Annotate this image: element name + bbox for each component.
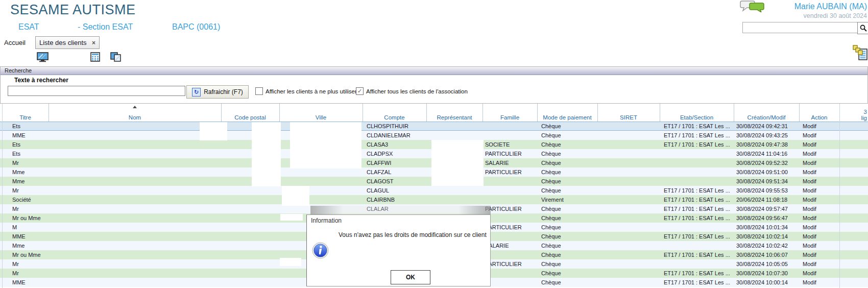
row-count-label: 3lig — [840, 109, 867, 121]
search-field-label: Texte à rechercher — [14, 77, 68, 84]
cell-mode: Chèque — [541, 131, 596, 140]
cell-compte: CLHOSPITHUIR — [367, 122, 426, 131]
app-window: SESAME AUTISME ESAT - Section ESAT BAPC … — [0, 0, 868, 288]
modif-link[interactable]: Modif — [803, 241, 838, 250]
column-header-mode-de-paiement[interactable]: Mode de paiement — [537, 114, 597, 121]
cell-famille: PARTICULIER — [485, 259, 537, 269]
monitor-icon[interactable] — [37, 52, 49, 64]
code-label[interactable]: BAPC (0061) — [172, 22, 220, 32]
table-row[interactable]: MrCLAGULChèqueET17 / 1701 : ESAT Les ...… — [0, 186, 868, 195]
cell-creation: 20/06/2024 11:08:18 — [736, 195, 799, 204]
column-header-cr-ation-modif[interactable]: Création/Modif — [734, 114, 799, 121]
user-name[interactable]: Marie AUBAIN (MA) — [794, 2, 867, 11]
modif-link[interactable]: Modif — [803, 232, 838, 241]
table-header: TitreNomCode postalVilleCompteReprésenta… — [0, 104, 868, 122]
modif-link[interactable]: Modif — [803, 177, 838, 186]
cell-creation: 30/08/2024 09:52:32 — [736, 158, 799, 167]
chat-icon[interactable] — [739, 0, 765, 14]
checkbox-tous-clients[interactable]: ✓ Afficher tous les clients de l'associa… — [356, 87, 468, 95]
cell-creation: 30/08/2024 10:05:05 — [736, 259, 799, 269]
modif-link[interactable]: Modif — [803, 167, 838, 177]
modif-link[interactable]: Modif — [803, 158, 838, 167]
cell-mode: Chèque — [541, 186, 596, 195]
checkbox-icon[interactable] — [255, 87, 263, 95]
column-header-ville[interactable]: Ville — [279, 114, 363, 121]
column-header-compte[interactable]: Compte — [363, 114, 426, 121]
cell-etab — [664, 241, 733, 250]
table-row[interactable]: EtsCLHOSPITHUIRChèqueET17 / 1701 : ESAT … — [0, 122, 868, 131]
modif-link[interactable]: Modif — [803, 149, 838, 158]
current-date: vendredi 30 août 2024 — [804, 12, 867, 19]
cell-mode: Chèque — [541, 122, 596, 131]
column-header-siret[interactable]: SIRET — [597, 114, 660, 121]
cell-creation: 30/08/2024 09:42:31 — [736, 122, 799, 131]
cell-etab: ET17 / 1701 : ESAT Les ... — [664, 204, 733, 213]
cell-titre: Ets — [12, 140, 48, 149]
unit-label[interactable]: ESAT — [18, 22, 39, 32]
cell-creation: 30/08/2024 09:56:47 — [736, 213, 799, 223]
modif-link[interactable]: Modif — [803, 131, 838, 140]
modif-link[interactable]: Modif — [803, 259, 838, 269]
cell-famille — [485, 232, 537, 241]
checkbox-icon[interactable]: ✓ — [356, 87, 364, 95]
cell-famille: SOCIETE — [485, 140, 537, 149]
ok-button[interactable]: OK — [391, 270, 430, 284]
modif-link[interactable]: Modif — [803, 186, 838, 195]
tab-close-icon[interactable]: × — [92, 39, 95, 46]
column-header-etab-section[interactable]: Etab/Section — [660, 114, 734, 121]
modif-link[interactable]: Modif — [803, 278, 838, 287]
section-label[interactable]: - Section ESAT — [78, 22, 133, 32]
cell-famille: PARTICULIER — [485, 149, 537, 158]
checkbox-clients-inactifs[interactable]: Afficher les clients à ne plus utiliser — [255, 87, 357, 95]
modif-link[interactable]: Modif — [803, 250, 838, 259]
table-row[interactable]: SociétéCLAIRBNBVirementET17 / 1701 : ESA… — [0, 195, 868, 204]
grid-last-separator — [839, 104, 840, 288]
dialog-title: Information — [311, 217, 342, 224]
global-search-input[interactable] — [742, 22, 861, 33]
cell-etab — [664, 259, 733, 269]
redaction-box — [200, 122, 227, 140]
cell-creation: 30/08/2024 09:47:38 — [736, 140, 799, 149]
cell-famille: SALARIE — [485, 158, 537, 167]
redaction-box — [431, 140, 484, 186]
modif-link[interactable]: Modif — [803, 204, 838, 213]
cell-mode: Chèque — [541, 259, 596, 269]
cell-etab: ET17 / 1701 : ESAT Les ... — [664, 140, 733, 149]
export-icon[interactable] — [853, 45, 868, 63]
column-header-titre[interactable]: Titre — [2, 114, 49, 121]
modif-link[interactable]: Modif — [803, 213, 838, 223]
screens-icon[interactable] — [110, 52, 121, 64]
modif-link[interactable]: Modif — [803, 223, 838, 232]
calculator-icon[interactable] — [90, 52, 100, 64]
modif-link[interactable]: Modif — [803, 140, 838, 149]
modif-link[interactable]: Modif — [803, 122, 838, 131]
table-row[interactable]: MMECLDANIELEMARChèqueET17 / 1701 : ESAT … — [0, 131, 868, 140]
cell-famille — [485, 177, 537, 186]
cell-famille — [485, 250, 537, 259]
tab-accueil[interactable]: Accueil — [4, 39, 26, 46]
cell-compte: CLAIRBNB — [367, 195, 426, 204]
modif-link[interactable]: Modif — [803, 195, 838, 204]
cell-titre: Mme — [12, 241, 48, 250]
column-header-repr-sentant[interactable]: Représentant — [426, 114, 483, 121]
refresh-button[interactable]: ↻ Rafraichir (F7) — [186, 85, 249, 99]
cell-mode: Chèque — [541, 204, 596, 213]
column-header-nom[interactable]: Nom — [49, 114, 221, 121]
global-search-button[interactable] — [857, 22, 868, 34]
cell-famille — [485, 213, 537, 223]
cell-etab: ET17 / 1701 : ESAT Les ... — [664, 195, 733, 204]
tab-liste-des-clients[interactable]: Liste des clients × — [35, 36, 100, 49]
column-header-code-postal[interactable]: Code postal — [221, 114, 279, 121]
modif-link[interactable]: Modif — [803, 269, 838, 278]
column-header-famille[interactable]: Famille — [483, 114, 537, 121]
redaction-box — [252, 122, 281, 186]
search-panel: Recherche — [0, 66, 868, 104]
cell-titre: Mr — [12, 158, 48, 167]
cell-creation: 30/08/2024 09:43:25 — [736, 131, 799, 140]
cell-mode: Chèque — [541, 269, 596, 278]
cell-creation: 30/08/2024 10:02:42 — [736, 241, 799, 250]
column-header-action[interactable]: Action — [799, 114, 839, 121]
cell-etab: ET17 / 1701 : ESAT Les ... — [664, 213, 733, 223]
search-text-input[interactable] — [8, 86, 185, 96]
cell-creation: 30/08/2024 10:07:30 — [736, 269, 799, 278]
